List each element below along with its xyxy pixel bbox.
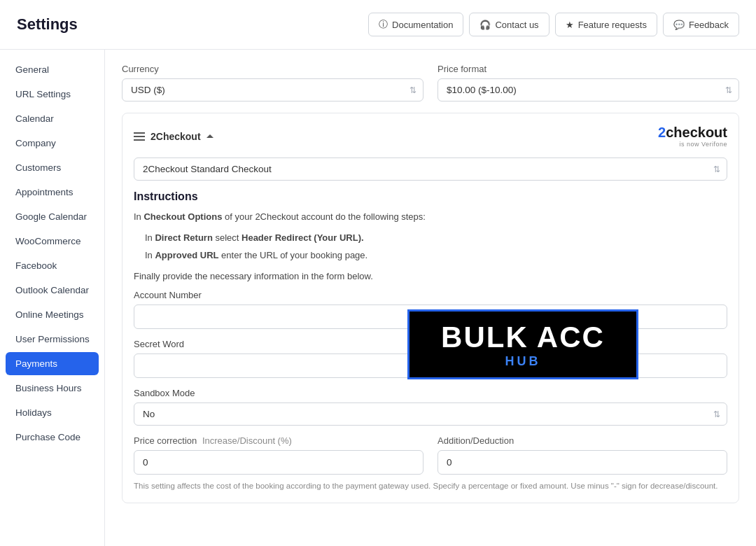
feedback-button[interactable]: 💬 Feedback — [663, 13, 739, 36]
checkout-type-wrapper: 2Checkout Standard Checkout — [134, 158, 727, 181]
instructions-outro: Finally provide the necessary informatio… — [134, 270, 727, 284]
sidebar-item-general[interactable]: General — [6, 58, 99, 81]
sidebar-item-appointments[interactable]: Appointments — [6, 181, 99, 204]
sandbox-mode-select[interactable]: No Yes — [134, 402, 727, 426]
price-format-select-wrapper: $10.00 ($-10.00) — [438, 78, 739, 102]
currency-select-wrapper: USD ($) — [122, 78, 424, 102]
instructions-block: Instructions In Checkout Options of your… — [134, 190, 727, 283]
account-number-field: Account Number BULK ACC HUB — [134, 290, 727, 329]
sidebar-item-facebook[interactable]: Facebook — [6, 254, 99, 277]
contact-us-button[interactable]: 🎧 Contact us — [469, 13, 549, 36]
sidebar-item-outlook-calendar[interactable]: Outlook Calendar — [6, 279, 99, 302]
price-correction-group: Price correction Increase/Discount (%) — [134, 435, 424, 475]
sidebar-item-company[interactable]: Company — [6, 132, 99, 155]
checkout-logo-sub: is now Verifone — [679, 141, 727, 148]
price-format-select[interactable]: $10.00 ($-10.00) — [438, 78, 739, 102]
sandbox-mode-field: Sandbox Mode No Yes — [134, 388, 727, 426]
star-icon: ★ — [566, 20, 574, 30]
page-title: Settings — [17, 15, 78, 34]
hint-text: This setting affects the cost of the boo… — [134, 480, 727, 491]
checkout-logo: 2checkout is now Verifone — [658, 125, 727, 148]
instructions-title: Instructions — [134, 190, 727, 203]
instructions-intro: In Checkout Options of your 2Checkout ac… — [134, 210, 727, 224]
feature-requests-button[interactable]: ★ Feature requests — [555, 13, 657, 36]
price-correction-input[interactable] — [134, 450, 424, 475]
sidebar-item-holidays[interactable]: Holidays — [6, 401, 99, 424]
checkout-type-select[interactable]: 2Checkout Standard Checkout — [134, 158, 727, 181]
chevron-up-icon[interactable] — [206, 134, 214, 138]
instructions-list: In Direct Return select Header Redirect … — [134, 231, 727, 262]
section-title: 2Checkout — [150, 131, 201, 142]
price-format-label: Price format — [438, 64, 739, 74]
currency-label: Currency — [122, 64, 424, 74]
drag-handle-icon[interactable] — [134, 132, 145, 141]
account-number-label: Account Number — [134, 290, 727, 300]
sandbox-select-wrapper: No Yes — [134, 402, 727, 426]
sidebar-item-url-settings[interactable]: URL Settings — [6, 83, 99, 106]
addition-deduction-group: Addition/Deduction — [438, 435, 727, 475]
addition-deduction-input[interactable] — [438, 450, 727, 475]
currency-price-row: Currency USD ($) Price format $10.00 ($-… — [122, 64, 739, 102]
sidebar-item-business-hours[interactable]: Business Hours — [6, 377, 99, 400]
content-area: Currency USD ($) Price format $10.00 ($-… — [105, 50, 756, 546]
payment-section: 2Checkout 2checkout is now Verifone 2Che… — [122, 113, 739, 503]
sidebar: General URL Settings Calendar Company Cu… — [0, 50, 105, 546]
section-title-row: 2Checkout — [134, 131, 214, 142]
circle-info-icon: ⓘ — [379, 18, 388, 31]
sidebar-item-customers[interactable]: Customers — [6, 156, 99, 179]
price-correction-label: Price correction Increase/Discount (%) — [134, 435, 424, 446]
comment-icon: 💬 — [673, 20, 685, 30]
sandbox-mode-label: Sandbox Mode — [134, 388, 727, 398]
section-header: 2Checkout 2checkout is now Verifone — [134, 125, 727, 148]
currency-select[interactable]: USD ($) — [122, 78, 424, 102]
header-actions: ⓘ Documentation 🎧 Contact us ★ Feature r… — [368, 13, 739, 36]
instructions-step1: In Direct Return select Header Redirect … — [145, 231, 727, 245]
sidebar-item-woocommerce[interactable]: WooCommerce — [6, 230, 99, 253]
instructions-step2: In Approved URL enter the URL of your bo… — [145, 248, 727, 262]
currency-field-group: Currency USD ($) — [122, 64, 424, 102]
sidebar-item-calendar[interactable]: Calendar — [6, 107, 99, 130]
documentation-button[interactable]: ⓘ Documentation — [368, 13, 463, 36]
header: Settings ⓘ Documentation 🎧 Contact us ★ … — [0, 0, 756, 50]
sidebar-item-google-calendar[interactable]: Google Calendar — [6, 205, 99, 228]
price-correction-row: Price correction Increase/Discount (%) A… — [134, 435, 727, 475]
checkout-logo-text: 2checkout — [658, 125, 727, 141]
app-container: Settings ⓘ Documentation 🎧 Contact us ★ … — [0, 0, 756, 546]
price-format-field-group: Price format $10.00 ($-10.00) — [438, 64, 739, 102]
headset-icon: 🎧 — [479, 20, 491, 30]
watermark-line2: HUB — [505, 354, 541, 369]
watermark-line1: BULK ACC — [441, 321, 605, 354]
addition-deduction-label: Addition/Deduction — [438, 435, 727, 446]
sidebar-item-online-meetings[interactable]: Online Meetings — [6, 303, 99, 326]
watermark-overlay: BULK ACC HUB — [407, 309, 638, 379]
sidebar-item-payments[interactable]: Payments — [6, 352, 99, 375]
sidebar-item-purchase-code[interactable]: Purchase Code — [6, 426, 99, 449]
sidebar-item-user-permissions[interactable]: User Permissions — [6, 328, 99, 351]
main-layout: General URL Settings Calendar Company Cu… — [0, 50, 756, 546]
